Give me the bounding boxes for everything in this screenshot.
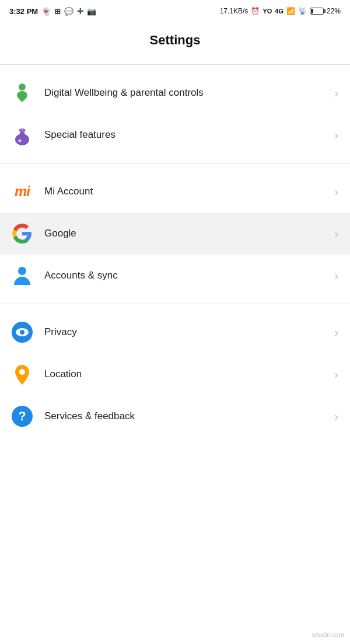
page-title: Settings [0,21,350,62]
wifi-icon: 📡 [298,7,307,15]
status-time: 3:32 PM [9,7,38,16]
network-speed: 17.1KB/s [220,7,249,15]
svg-point-6 [18,267,26,275]
chevron-icon: › [334,326,338,339]
section-accounts: mi Mi Account › Google › Accounts & sync [0,166,350,301]
signal-bars-icon: 📶 [286,7,295,15]
location-label: Location [44,368,330,381]
divider-top-1 [0,64,350,65]
section-privacy: Privacy › Location › ? Services & feedba… [0,307,350,442]
battery-icon [310,8,324,15]
location-icon [13,364,32,385]
accounts-sync-icon [12,265,33,286]
wellbeing-icon [12,82,33,103]
watermark: wsxdn.com [312,631,344,638]
digital-wellbeing-label: Digital Wellbeing & parental controls [44,86,330,99]
privacy-label: Privacy [44,326,330,339]
divider-bottom-2 [0,304,350,304]
special-features-icon-wrap [9,122,35,148]
chevron-icon: › [334,368,338,381]
status-right: 17.1KB/s ⏰ YO 4G 📶 📡 22% [220,7,341,15]
alarm-icon: ⏰ [251,7,260,15]
menu-item-location[interactable]: Location › [0,353,350,395]
svg-point-4 [19,128,26,132]
section-wellbeing: Digital Wellbeing & parental controls › … [0,67,350,161]
signal-4g-icon: 4G [275,8,284,15]
grid-icon: ⊞ [54,7,61,16]
menu-item-mi-account[interactable]: mi Mi Account › [0,170,350,213]
privacy-icon-wrap [9,319,35,345]
chevron-icon: › [334,128,338,142]
status-bar: 3:32 PM 👻 ⊞ 💬 ✛ 📷 17.1KB/s ⏰ YO 4G 📶 📡 2… [0,0,350,21]
data-icon: YO [262,8,272,15]
chevron-icon: › [334,86,338,100]
accounts-sync-icon-wrap [9,263,35,288]
special-features-label: Special features [44,128,330,141]
location-icon-wrap [9,361,35,387]
google-icon-wrap [9,221,35,246]
battery-percent: 22% [327,7,341,15]
eye-white [16,328,29,336]
special-features-icon [12,124,32,145]
mi-account-label: Mi Account [44,185,330,198]
divider-bottom-1 [0,163,350,163]
menu-item-digital-wellbeing[interactable]: Digital Wellbeing & parental controls › [0,72,350,114]
services-icon: ? [12,406,33,427]
eye-pupil [20,330,24,335]
phone-icon: ✛ [77,7,83,16]
menu-item-privacy[interactable]: Privacy › [0,311,350,353]
mi-icon: mi [15,183,30,200]
menu-item-services-feedback[interactable]: ? Services & feedback › [0,395,350,437]
chevron-icon: › [334,227,338,241]
instagram-icon: 📷 [87,7,96,16]
privacy-icon [12,322,33,343]
services-feedback-label: Services & feedback [44,410,330,423]
chevron-icon: › [334,185,338,199]
svg-point-7 [19,369,25,375]
google-label: Google [44,227,330,240]
whatsapp-icon: 💬 [64,7,74,16]
menu-item-google[interactable]: Google › [0,213,350,255]
snapchat-icon: 👻 [41,7,51,16]
svg-point-0 [19,83,26,90]
svg-point-5 [19,140,22,142]
mi-account-icon-wrap: mi [9,179,35,204]
chevron-icon: › [334,269,338,283]
status-left: 3:32 PM 👻 ⊞ 💬 ✛ 📷 [9,7,96,16]
menu-item-accounts-sync[interactable]: Accounts & sync › [0,255,350,297]
wellbeing-icon-wrap [9,80,35,106]
chevron-icon: › [334,410,338,423]
google-icon [12,224,32,243]
accounts-sync-label: Accounts & sync [44,269,330,282]
services-icon-wrap: ? [9,403,35,429]
menu-item-special-features[interactable]: Special features › [0,114,350,156]
